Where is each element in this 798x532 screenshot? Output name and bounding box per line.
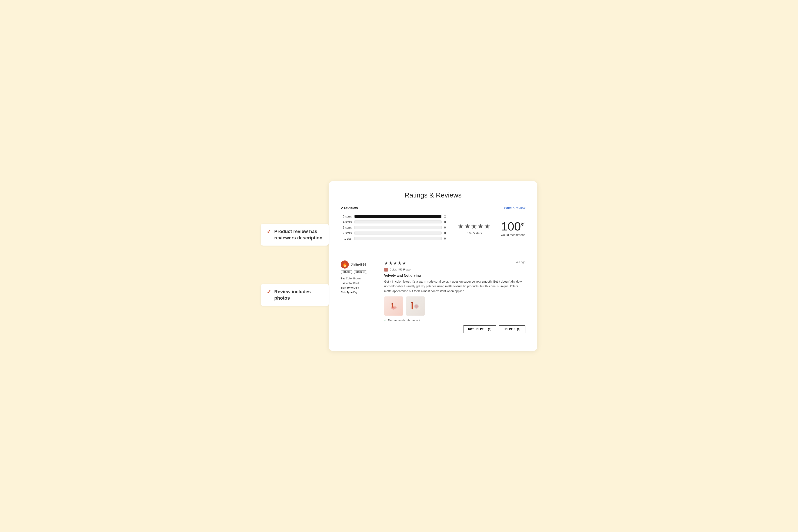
svg-point-2 [392, 303, 393, 304]
bar-row-3stars: 3 stars 0 [341, 226, 448, 229]
annotation-card-1: ✓ Product review has reviewers descripti… [261, 224, 329, 246]
review-card: Ratings & Reviews 2 reviews Write a revi… [329, 181, 537, 351]
bar-count-2: 0 [444, 231, 448, 235]
avatar: 🔥 [341, 261, 349, 269]
svg-point-5 [411, 302, 413, 303]
svg-rect-4 [412, 303, 413, 309]
photo-2-bg [406, 297, 425, 316]
review-meta-row: ★★★★★ 4 d ago [384, 261, 526, 266]
annotation-card-2: ✓ Review includes photos [261, 284, 329, 306]
bar-row-4stars: 4 stars 0 [341, 220, 448, 224]
photo-2-svg [409, 300, 422, 312]
connector-line-2 [329, 295, 354, 296]
review-photos [384, 297, 526, 316]
not-helpful-button[interactable]: NOT HELPFUL (0) [463, 325, 496, 333]
review-color: Color: 459 Flower [384, 268, 526, 271]
divider [341, 251, 526, 251]
badge-rouge: ROUGE [341, 270, 353, 274]
bar-count-3: 0 [444, 226, 448, 229]
overall-rating-value: 5.0 / 5 stars [458, 231, 491, 235]
review-body: Got it in color flower, it's a warm nude… [384, 279, 526, 293]
bar-track-5 [354, 215, 441, 218]
review-date: 4 d ago [516, 261, 526, 264]
overall-stars-display: ★★★★★ [458, 222, 491, 230]
bar-row-1star: 1 star 0 [341, 237, 448, 240]
review-item: 🔥 Jialin4869 ROUGE ROOKIE I Eye Color Br… [341, 256, 526, 341]
reviewer-attributes: Eye Color Brown Hair color Black Skin To… [341, 277, 379, 295]
bar-label-3: 3 stars [341, 226, 352, 229]
bar-track-3 [354, 226, 441, 229]
bar-count-1: 0 [444, 237, 448, 240]
stats-panel: ★★★★★ 5.0 / 5 stars 100% would recommend [458, 215, 526, 242]
recommends-row: ✓ Recommends this product [384, 319, 526, 322]
helpful-buttons: NOT HELPFUL (0) HELPFUL (0) [384, 325, 526, 333]
recommend-block: 100% would recommend [501, 221, 526, 236]
bar-track-4 [354, 221, 441, 224]
bar-fill-5 [355, 215, 441, 218]
page-wrapper: ✓ Product review has reviewers descripti… [261, 181, 537, 351]
ratings-section: 5 stars 2 4 stars 0 3 stars [341, 215, 526, 242]
bar-count-4: 0 [444, 220, 448, 224]
helpful-button[interactable]: HELPFUL (0) [499, 325, 526, 333]
attr-skin-tone: Skin Tone Light [341, 286, 379, 290]
bar-label-4: 4 stars [341, 220, 352, 224]
reviews-header: 2 reviews Write a review [341, 206, 526, 210]
connector-line-1 [329, 235, 354, 235]
svg-point-7 [415, 305, 418, 308]
bar-label-5: 5 stars [341, 215, 352, 218]
recommends-text: Recommends this product [388, 319, 420, 322]
review-right: ★★★★★ 4 d ago Color: 459 Flower Velvety … [384, 261, 526, 333]
color-swatch [384, 268, 388, 271]
avatar-icon: 🔥 [342, 262, 347, 267]
page-title: Ratings & Reviews [341, 191, 526, 199]
recommend-label: would recommend [501, 233, 526, 236]
review-top: 🔥 Jialin4869 ROUGE ROOKIE I Eye Color Br… [341, 261, 526, 333]
review-photo-2[interactable] [406, 297, 425, 316]
rating-bars: 5 stars 2 4 stars 0 3 stars [341, 215, 448, 242]
bar-row-5stars: 5 stars 2 [341, 215, 448, 218]
star-rating-block: ★★★★★ 5.0 / 5 stars [458, 222, 491, 235]
reviewer-left: 🔥 Jialin4869 ROUGE ROOKIE I Eye Color Br… [341, 261, 379, 333]
recommend-percent: 100% [501, 221, 526, 232]
annotation-text-2: Review includes photos [274, 288, 323, 301]
bar-track-1 [354, 237, 441, 240]
annotation-text-1: Product review has reviewers description [274, 228, 323, 241]
badge-rookie: ROOKIE I [354, 270, 367, 274]
review-photo-1[interactable] [384, 297, 403, 316]
reviewer-name: Jialin4869 [351, 263, 366, 266]
photo-1-bg [384, 297, 403, 316]
annotations-panel: ✓ Product review has reviewers descripti… [261, 181, 329, 306]
attr-eye-color: Eye Color Brown [341, 277, 379, 281]
bar-label-1: 1 star [341, 237, 352, 240]
checkmark-icon-2: ✓ [267, 289, 271, 294]
review-stars: ★★★★★ [384, 261, 406, 266]
bar-label-2: 2 stars [341, 231, 352, 235]
reviewer-badges: ROUGE ROOKIE I [341, 270, 379, 274]
bar-row-2stars: 2 stars 0 [341, 231, 448, 235]
photo-1-svg [387, 300, 400, 312]
checkmark-icon-1: ✓ [267, 229, 271, 234]
reviews-count: 2 reviews [341, 206, 358, 210]
review-title: Velvety and Not drying [384, 274, 526, 278]
reviewer-avatar-row: 🔥 Jialin4869 [341, 261, 379, 269]
attr-skin-type: Skin Type Dry [341, 290, 379, 295]
recommends-checkmark-icon: ✓ [384, 319, 387, 322]
bar-track-2 [354, 231, 441, 234]
write-review-link[interactable]: Write a review [504, 206, 526, 210]
bar-count-5: 2 [444, 215, 448, 218]
color-label: Color: 459 Flower [390, 268, 412, 271]
attr-hair-color: Hair color Black [341, 281, 379, 286]
